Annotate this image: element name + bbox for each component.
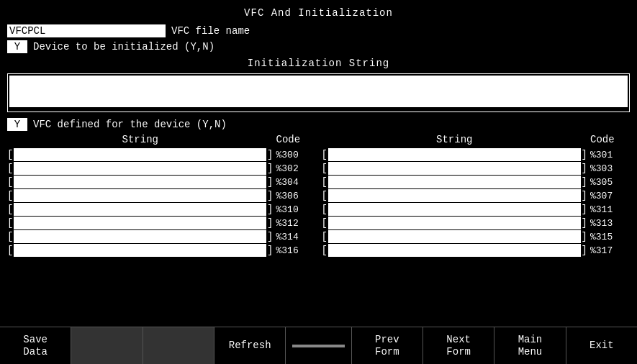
left-string-col: [] [] [] [] [] [] [] [] [7,148,274,322]
right-code-values: %301 %303 %305 %307 %311 %313 %315 %317 [590,148,630,257]
vfc-file-label: VFC file name [171,25,250,37]
next-form-line1: Next [446,334,471,346]
list-item: %302 [276,162,316,175]
vfc-defined-label: VFC defined for the device (Y,N) [33,119,227,130]
prev-form-line2: Form [375,346,399,358]
col-headers: String Code String Code [7,134,630,145]
right-panel: [] [] [] [] [] [] [] [] %301 %303 %305 %… [322,148,631,322]
left-string-input-4[interactable] [14,203,266,216]
list-item: [] [7,244,274,257]
init-string-title: Initialization String [7,56,630,70]
list-item: %311 [590,203,630,216]
list-item: [] [322,148,588,161]
right-string-input-6[interactable] [328,230,581,243]
list-item: %312 [276,217,316,229]
list-item: [] [322,176,588,188]
footer: Save Data Refresh Prev Form Next Form Ma… [0,327,637,364]
device-init-row: Y Device to be initialized (Y,N) [7,40,630,53]
footer-separator [286,327,351,364]
vfc-defined-row: Y VFC defined for the device (Y,N) [7,118,630,131]
left-code-values: %300 %302 %304 %306 %310 %312 %314 %316 [276,148,316,257]
list-item: %317 [590,244,630,257]
left-string-inputs: [] [] [] [] [] [] [] [] [7,148,274,257]
list-item: [] [7,203,274,216]
panels-wrapper: [] [] [] [] [] [] [] [] %300 %302 %304 %… [7,148,630,322]
list-item: %307 [590,189,630,202]
list-item: [] [7,230,274,243]
right-string-input-3[interactable] [328,189,581,202]
refresh-label: Refresh [229,340,271,352]
save-data-line2: Data [23,346,48,358]
device-init-checkbox[interactable]: Y [7,40,27,53]
left-string-input-1[interactable] [14,162,266,175]
left-string-header: String [7,134,274,145]
list-item: %301 [590,148,630,161]
vfc-defined-checkbox[interactable]: Y [7,118,27,131]
right-code-header: Code [590,134,630,145]
list-item: [] [322,217,588,229]
left-string-input-0[interactable] [14,148,266,161]
exit-button[interactable]: Exit [566,327,637,364]
right-string-col: [] [] [] [] [] [] [] [] [322,148,588,322]
list-item: [] [322,230,588,243]
list-item: %313 [590,217,630,229]
prev-form-line1: Prev [375,334,399,346]
left-string-input-5[interactable] [14,217,266,229]
left-string-input-7[interactable] [14,244,266,257]
list-item: %310 [276,203,316,216]
left-panel: [] [] [] [] [] [] [] [] %300 %302 %304 %… [7,148,316,322]
list-item: %303 [590,162,630,175]
separator-bar [292,345,344,347]
main-menu-line1: Main [518,334,543,346]
right-string-header: String [322,134,588,145]
right-string-inputs: [] [] [] [] [] [] [] [] [322,148,588,257]
left-code-header: Code [276,134,316,145]
right-col-headers: String Code [322,134,631,145]
list-item: [] [7,162,274,175]
footer-empty-1 [71,327,143,364]
prev-form-button[interactable]: Prev Form [352,327,423,364]
list-item: [] [322,189,588,202]
list-item: [] [322,162,588,175]
main-menu-line2: Menu [518,346,543,358]
main-menu-button[interactable]: Main Menu [494,327,566,364]
init-string-input[interactable] [9,76,628,107]
list-item: %316 [276,244,316,257]
left-col-headers: String Code [7,134,316,145]
right-code-col: %301 %303 %305 %307 %311 %313 %315 %317 [590,148,630,322]
init-string-wrapper [7,73,630,112]
next-form-button[interactable]: Next Form [423,327,494,364]
list-item: %315 [590,230,630,243]
refresh-button[interactable]: Refresh [214,327,286,364]
left-string-input-2[interactable] [14,176,266,188]
list-item: [] [322,244,588,257]
list-item: [] [322,203,588,216]
vfc-file-row: VFC file name [7,24,630,37]
right-string-input-5[interactable] [328,217,581,229]
left-code-col: %300 %302 %304 %306 %310 %312 %314 %316 [276,148,316,322]
right-string-input-7[interactable] [328,244,581,257]
list-item: [] [7,176,274,188]
vfc-file-input[interactable] [7,24,166,37]
next-form-line2: Form [446,346,471,358]
left-string-input-3[interactable] [14,189,266,202]
list-item: [] [7,217,274,229]
left-string-input-6[interactable] [14,230,266,243]
footer-empty-2 [143,327,214,364]
list-item: %304 [276,176,316,188]
exit-label: Exit [589,340,614,352]
right-string-input-4[interactable] [328,203,581,216]
list-item: %314 [276,230,316,243]
save-data-line1: Save [23,334,48,346]
save-data-button[interactable]: Save Data [0,327,71,364]
list-item: [] [7,148,274,161]
device-init-label: Device to be initialized (Y,N) [33,41,214,53]
right-string-input-2[interactable] [328,176,581,188]
list-item: %300 [276,148,316,161]
list-item: %305 [590,176,630,188]
right-string-input-1[interactable] [328,162,581,175]
list-item: [] [7,189,274,202]
page-title: VFC And Initialization [7,4,630,22]
right-string-input-0[interactable] [328,148,581,161]
list-item: %306 [276,189,316,202]
